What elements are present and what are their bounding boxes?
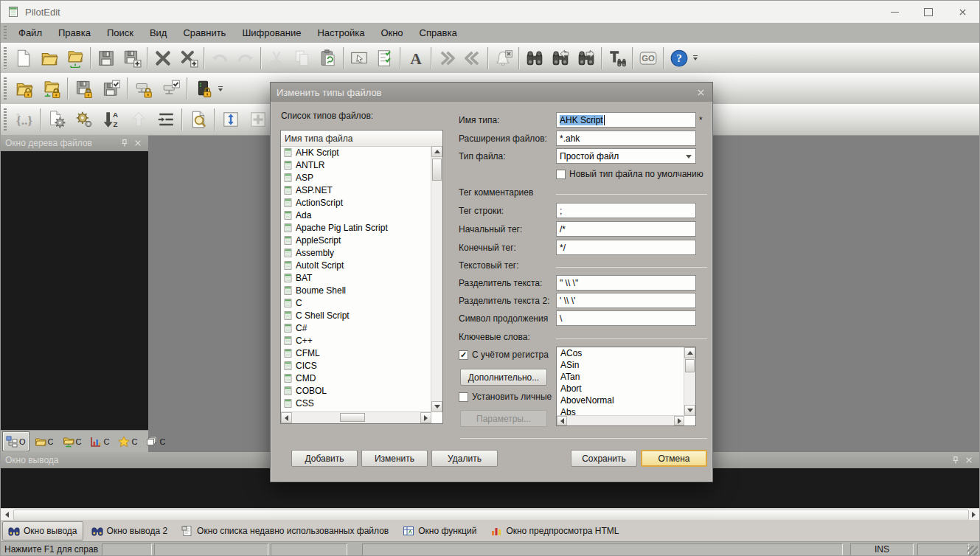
toolbar-button[interactable] <box>157 75 184 102</box>
case-sensitive-checkbox[interactable] <box>459 350 468 360</box>
toolbar-button[interactable] <box>10 106 38 133</box>
menu-item[interactable]: Шифрование <box>234 24 309 43</box>
pin-button[interactable] <box>118 137 130 149</box>
menu-grip-handle[interactable] <box>4 26 7 40</box>
bottom-tab[interactable]: Окно функций <box>397 521 482 541</box>
toolbar-button[interactable] <box>10 45 36 72</box>
scroll-right-button[interactable] <box>674 416 684 425</box>
side-panel-tab[interactable]: C <box>142 431 169 451</box>
toolbar-overflow-icon[interactable] <box>692 45 699 72</box>
line-tag-input[interactable]: ; <box>556 203 696 218</box>
file-type-item[interactable]: Assembly <box>281 246 431 259</box>
file-type-list-header[interactable]: Имя типа файла <box>281 131 442 147</box>
toolbar-button[interactable] <box>70 75 97 102</box>
file-type-item[interactable]: AppleScript <box>281 234 431 246</box>
resize-grip-handle[interactable] <box>967 546 978 556</box>
side-panel-tab[interactable]: C <box>86 431 113 451</box>
toolbar-button[interactable] <box>521 45 547 72</box>
file-tree-panel-header[interactable]: Окно дерева файлов <box>1 135 148 151</box>
scroll-down-button[interactable] <box>431 401 442 412</box>
menu-item[interactable]: Настройка <box>309 24 372 43</box>
toolbar-button[interactable] <box>459 45 485 72</box>
toolbar-button[interactable] <box>289 45 315 72</box>
menu-item[interactable]: Вид <box>142 24 176 43</box>
start-tag-input[interactable]: /* <box>556 221 696 237</box>
close-button[interactable] <box>945 1 979 23</box>
toolbar-button[interactable] <box>315 45 341 72</box>
dialog-title-bar[interactable]: Изменить типы файлов <box>271 83 712 102</box>
title-bar[interactable]: PilotEdit <box>1 1 979 24</box>
file-type-select[interactable]: Простой файл <box>556 148 696 164</box>
extensions-input[interactable]: *.ahk <box>556 131 696 146</box>
side-panel-tab[interactable]: C <box>31 431 58 451</box>
toolbar-grip-handle[interactable] <box>4 77 7 99</box>
scroll-right-button[interactable] <box>420 412 431 423</box>
toolbar-button[interactable] <box>573 45 599 72</box>
toolbar-button[interactable] <box>62 45 88 72</box>
scrollbar-thumb[interactable] <box>432 159 442 181</box>
advanced-button[interactable]: Дополнительно... <box>460 369 547 386</box>
toolbar-button[interactable] <box>403 45 428 72</box>
toolbar-button[interactable] <box>176 45 201 72</box>
scrollbar-thumb[interactable] <box>685 359 695 372</box>
scroll-left-button[interactable] <box>281 412 292 423</box>
type-name-input[interactable]: AHK Script <box>556 112 696 128</box>
toolbar-button[interactable] <box>434 45 459 72</box>
toolbar-button[interactable] <box>372 45 397 72</box>
file-type-item[interactable]: AutoIt Script <box>281 259 431 271</box>
scroll-left-button[interactable] <box>557 416 567 425</box>
file-type-item[interactable]: ANTLR <box>281 159 431 171</box>
scroll-up-button[interactable] <box>431 146 442 157</box>
menu-item[interactable]: Окно <box>372 24 411 43</box>
toolbar-button[interactable] <box>125 106 152 133</box>
default-type-checkbox[interactable] <box>556 170 566 179</box>
bottom-tab[interactable]: Окно вывода 2 <box>86 521 174 541</box>
menu-item[interactable]: Правка <box>50 24 99 43</box>
toolbar-button[interactable] <box>604 45 630 72</box>
menu-item[interactable]: Справка <box>411 24 465 43</box>
toolbar-button[interactable] <box>490 45 516 72</box>
cancel-button[interactable]: Отмена <box>641 450 707 467</box>
toolbar-button[interactable] <box>150 45 176 72</box>
keyword-item[interactable]: AboveNormal <box>557 395 684 406</box>
keyword-item[interactable]: Abort <box>557 383 684 395</box>
toolbar-button[interactable] <box>36 45 62 72</box>
file-type-item[interactable]: AHK Script <box>281 146 431 159</box>
save-button[interactable]: Сохранить <box>571 450 637 467</box>
continuation-input[interactable]: \ <box>556 310 696 326</box>
file-type-item[interactable]: COBOL <box>281 384 431 397</box>
list-vertical-scrollbar[interactable] <box>431 146 442 412</box>
text-separator-input[interactable]: " \\ \" <box>556 275 696 291</box>
toolbar-grip-handle[interactable] <box>4 108 7 130</box>
maximize-button[interactable] <box>911 1 945 23</box>
file-type-item[interactable]: CSS <box>281 397 431 409</box>
file-type-item[interactable]: CMD <box>281 372 431 384</box>
toolbar-button[interactable] <box>547 45 573 72</box>
toolbar-button[interactable] <box>217 106 244 133</box>
toolbar-button[interactable] <box>152 106 179 133</box>
panel-close-button[interactable] <box>963 454 975 466</box>
minimize-button[interactable] <box>878 1 911 23</box>
toolbar-button[interactable] <box>635 45 661 72</box>
edit-button[interactable]: Изменить <box>361 450 428 467</box>
side-panel-tab[interactable]: C <box>59 431 86 451</box>
file-type-item[interactable]: C++ <box>281 334 431 347</box>
scrollbar-thumb[interactable] <box>340 413 365 422</box>
panel-close-button[interactable] <box>132 137 144 149</box>
file-type-item[interactable]: Boume Shell <box>281 284 431 296</box>
text-separator2-input[interactable]: ' \\ \' <box>556 293 696 308</box>
personal-settings-checkbox[interactable] <box>459 392 468 402</box>
keyword-item[interactable]: ASin <box>557 359 684 371</box>
toolbar-button[interactable] <box>38 75 65 102</box>
file-type-item[interactable]: Ada <box>281 209 431 221</box>
toolbar-button[interactable] <box>93 45 119 72</box>
parameters-button[interactable]: Параметры... <box>460 410 547 427</box>
toolbar-button[interactable] <box>70 106 97 133</box>
bottom-tab[interactable]: Окно предпросмотра HTML <box>484 521 625 541</box>
toolbar-button[interactable] <box>97 75 125 102</box>
add-button[interactable]: Добавить <box>291 450 358 467</box>
dialog-close-button[interactable] <box>695 86 706 98</box>
keywords-vertical-scrollbar[interactable] <box>684 347 695 416</box>
toolbar-button[interactable] <box>346 45 372 72</box>
toolbar-button[interactable] <box>190 75 217 102</box>
